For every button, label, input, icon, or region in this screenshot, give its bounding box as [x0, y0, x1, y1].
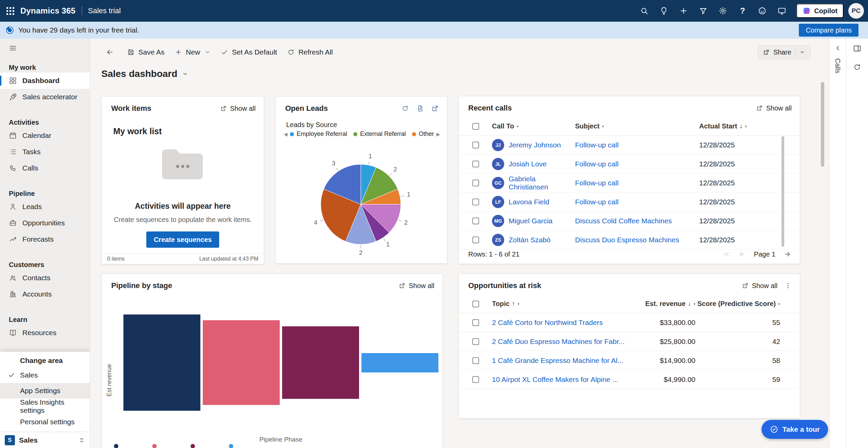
column-header-topic[interactable]: Topic↑▾	[492, 300, 641, 308]
sidebar-item-tasks[interactable]: Tasks	[0, 144, 90, 160]
call-to-link[interactable]: Lavona Field	[509, 198, 549, 206]
copilot-pane-icon[interactable]	[853, 44, 862, 53]
row-checkbox[interactable]	[472, 338, 479, 345]
table-row[interactable]: 2 Café Duo Espresso Machines for Fabr...…	[459, 332, 800, 351]
column-header-actual-start[interactable]: Actual Start↓▾	[699, 122, 800, 130]
row-checkbox[interactable]	[472, 218, 479, 224]
leads-by-source-pie-chart[interactable]: 12121243	[276, 143, 447, 263]
new-button[interactable]: New	[170, 45, 216, 60]
work-items-show-all-link[interactable]: Show all	[220, 105, 256, 113]
table-row[interactable]: 1 Café Grande Espresso Machine for Al...…	[459, 351, 800, 370]
call-to-link[interactable]: Gabriela Christiansen	[509, 175, 575, 191]
table-scrollbar[interactable]	[782, 136, 784, 247]
row-checkbox[interactable]	[472, 319, 479, 326]
more-options-icon[interactable]	[784, 282, 792, 289]
subject-link[interactable]: Follow-up call	[575, 141, 618, 149]
sidebar-item-dashboard[interactable]: Dashboard	[0, 73, 90, 89]
column-header-score[interactable]: Score (Predictive Score)▾	[695, 300, 780, 308]
table-row[interactable]: 10 Airpot XL Coffee Makers for Alpine ..…	[459, 370, 800, 389]
funnel-bar[interactable]	[123, 314, 200, 411]
sidebar-item-resources[interactable]: Resources	[0, 325, 90, 341]
select-all-checkbox[interactable]	[472, 123, 479, 130]
subject-link[interactable]: Follow-up call	[575, 179, 618, 187]
settings-button[interactable]	[713, 0, 733, 22]
table-row[interactable]: LFLavona Field Follow-up call 12/28/2025	[459, 192, 800, 211]
column-header-est-revenue[interactable]: Est. revenue↓▾	[641, 300, 695, 308]
expand-pane-chevron-left-icon[interactable]	[834, 44, 842, 52]
legend-prev-arrow[interactable]: ◀	[284, 131, 288, 137]
column-header-subject[interactable]: Subject▾	[575, 122, 699, 130]
funnel-bar[interactable]	[282, 326, 359, 399]
set-as-default-button[interactable]: Set As Default	[216, 45, 282, 60]
subject-link[interactable]: Follow-up call	[575, 160, 618, 168]
legend-item[interactable]: External Referral	[353, 130, 406, 138]
topic-link[interactable]: 10 Airpot XL Coffee Makers for Alpine ..…	[492, 375, 618, 384]
table-row[interactable]: GCGabriela Christiansen Follow-up call 1…	[459, 174, 800, 192]
table-row[interactable]: MGMiguel Garcia Discuss Cold Coffee Mach…	[459, 211, 800, 230]
sidebar-item-calls[interactable]: Calls	[0, 160, 90, 176]
sitemap-toggle-button[interactable]	[0, 39, 90, 54]
first-page-icon[interactable]	[723, 250, 730, 258]
account-avatar[interactable]: PC	[848, 3, 864, 19]
change-area-item-sales[interactable]: Sales	[0, 367, 90, 383]
subject-link[interactable]: Discuss Duo Espresso Machines	[575, 236, 679, 244]
row-checkbox[interactable]	[472, 180, 479, 186]
funnel-bar[interactable]	[361, 353, 438, 372]
topic-link[interactable]: 1 Café Grande Espresso Machine for Al...	[492, 357, 624, 365]
refresh-all-button[interactable]: Refresh All	[282, 45, 338, 60]
table-row[interactable]: JLJosiah Love Follow-up call 12/28/2025	[459, 155, 800, 174]
suggestions-button[interactable]	[654, 0, 674, 22]
take-a-tour-button[interactable]: Take a tour	[762, 420, 828, 439]
sidebar-item-sales-accelerator[interactable]: Sales accelerator	[0, 89, 90, 105]
devices-button[interactable]	[772, 0, 792, 22]
row-checkbox[interactable]	[472, 376, 479, 383]
row-checkbox[interactable]	[472, 142, 479, 148]
sidebar-item-leads[interactable]: Leads	[0, 199, 90, 215]
copilot-button[interactable]: Copilot	[796, 4, 844, 18]
call-to-link[interactable]: Jeremy Johnson	[509, 141, 561, 149]
column-header-call-to[interactable]: Call To▾	[492, 122, 575, 130]
export-report-icon[interactable]	[416, 105, 424, 112]
subject-link[interactable]: Follow-up call	[575, 198, 618, 206]
legend-item[interactable]: Other	[412, 130, 434, 138]
row-checkbox[interactable]	[472, 161, 479, 167]
call-to-link[interactable]: Miguel Garcia	[509, 217, 553, 225]
previous-page-icon[interactable]	[738, 250, 746, 258]
recent-calls-show-all-link[interactable]: Show all	[756, 104, 792, 112]
popout-icon[interactable]	[431, 105, 439, 112]
legend-next-arrow[interactable]: ▶	[436, 131, 440, 137]
subject-link[interactable]: Discuss Cold Coffee Machines	[575, 217, 672, 225]
save-as-button[interactable]: Save As	[122, 45, 170, 60]
area-switcher[interactable]: S Sales	[0, 432, 90, 448]
quick-create-button[interactable]	[674, 0, 693, 22]
filter-button[interactable]	[693, 0, 713, 22]
compare-plans-button[interactable]: Compare plans	[799, 24, 859, 37]
topic-link[interactable]: 2 Café Corto for Northwind Traders	[492, 319, 603, 327]
sidebar-item-contacts[interactable]: Contacts	[0, 270, 90, 286]
legend-item[interactable]: Employee Referral	[290, 130, 347, 138]
dashboard-selector[interactable]: Sales dashboard	[101, 68, 189, 79]
change-area-item-app-settings[interactable]: App Settings	[0, 383, 90, 399]
app-launcher-button[interactable]	[0, 0, 20, 22]
funnel-bar[interactable]	[203, 320, 280, 405]
next-page-icon[interactable]	[784, 250, 791, 258]
pipeline-show-all-link[interactable]: Show all	[399, 282, 434, 290]
call-to-link[interactable]: Zoltán Szabó	[509, 236, 551, 244]
table-row[interactable]: 2 Café Corto for Northwind Traders $33,8…	[459, 313, 800, 332]
sidebar-item-calendar[interactable]: Calendar	[0, 127, 90, 144]
refresh-icon[interactable]	[401, 105, 409, 112]
opportunities-show-all-link[interactable]: Show all	[742, 282, 777, 290]
main-scrollbar[interactable]	[821, 82, 824, 167]
feedback-button[interactable]	[752, 0, 772, 22]
sidebar-item-accounts[interactable]: Accounts	[0, 286, 90, 302]
call-to-link[interactable]: Josiah Love	[509, 160, 547, 168]
table-row[interactable]: JJJeremy Johnson Follow-up call 12/28/20…	[459, 136, 800, 155]
select-all-checkbox[interactable]	[472, 301, 479, 307]
sidebar-item-forecasts[interactable]: Forecasts	[0, 231, 90, 247]
change-area-item-personal-settings[interactable]: Personal settings	[0, 414, 90, 430]
search-button[interactable]	[634, 0, 654, 22]
change-area-item-sales-insights-settings[interactable]: Sales Insights settings	[0, 399, 90, 414]
row-checkbox[interactable]	[472, 199, 479, 205]
create-sequences-button[interactable]: Create sequences	[146, 231, 219, 248]
row-checkbox[interactable]	[472, 357, 479, 364]
